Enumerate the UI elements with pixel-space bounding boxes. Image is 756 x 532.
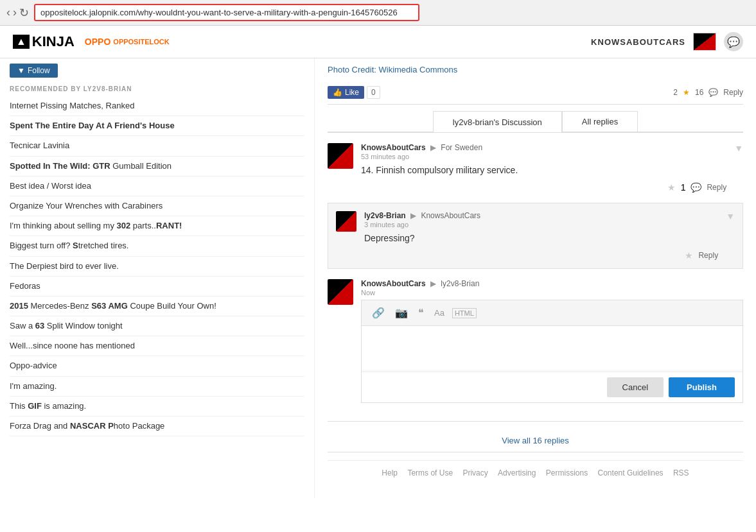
footer-permissions[interactable]: Permissions xyxy=(546,468,588,477)
oppo-logo[interactable]: OPPO OPPOSITELOCK xyxy=(85,37,170,47)
divider xyxy=(328,421,743,422)
list-item[interactable]: Saw a 63 Split Window tonight xyxy=(10,316,304,336)
publish-button[interactable]: Publish xyxy=(669,377,735,397)
reply-author[interactable]: ly2v8-Brian xyxy=(364,211,406,220)
footer-content-guidelines[interactable]: Content Guidelines xyxy=(598,468,664,477)
cancel-button[interactable]: Cancel xyxy=(607,377,664,397)
footer-advertising[interactable]: Advertising xyxy=(498,468,536,477)
reply-avatar xyxy=(336,211,356,232)
footer-help[interactable]: Help xyxy=(382,468,398,477)
header-right: KNOWSABOUTCARS 💬 xyxy=(591,32,743,51)
comment-icon: 💬 xyxy=(708,88,718,97)
list-item[interactable]: The Derpiest bird to ever live. xyxy=(10,257,304,277)
back-icon[interactable]: ‹ xyxy=(6,6,10,19)
list-item[interactable]: Oppo-advice xyxy=(10,356,304,376)
star-count: 2 xyxy=(673,88,678,97)
star-icon[interactable]: ★ xyxy=(683,88,690,97)
html-tool[interactable]: HTML xyxy=(452,308,477,318)
comment-body: KnowsAboutCars ▶ For Sweden 53 minutes a… xyxy=(361,143,726,193)
comment-bubble-icon: 💬 xyxy=(690,182,701,193)
avatar xyxy=(328,143,353,169)
comment-text: 14. Finnish compulsory military service. xyxy=(361,164,726,177)
footer-terms[interactable]: Terms of Use xyxy=(407,468,453,477)
star-action-icon[interactable]: ★ xyxy=(667,182,676,193)
link-tool[interactable]: 🔗 xyxy=(369,305,387,320)
list-item[interactable]: I'm thinking about selling my 302 parts.… xyxy=(10,216,304,236)
reply-time: 3 minutes ago xyxy=(364,221,409,228)
header-logos: ▲ KINJA OPPO OPPOSITELOCK xyxy=(13,33,170,50)
kinja-logo[interactable]: ▲ KINJA xyxy=(13,33,75,50)
kinja-text: KINJA xyxy=(32,33,75,50)
discussion-tabs: ly2v8-brian's Discussion All replies xyxy=(328,111,743,133)
comment-reply-link[interactable]: Reply xyxy=(707,183,726,192)
list-item[interactable]: Fedoras xyxy=(10,277,304,296)
fb-like-label: Like xyxy=(345,88,359,97)
fb-actions: 2 ★ 16 💬 Reply xyxy=(673,88,743,97)
comment-target: For Sweden xyxy=(441,143,482,152)
tab-discussion[interactable]: ly2v8-brian's Discussion xyxy=(433,111,562,132)
list-item[interactable]: This GIF is amazing. xyxy=(10,397,304,416)
quote-tool[interactable]: ❝ xyxy=(416,305,426,320)
browser-bar: ‹ › ↻ xyxy=(0,0,756,26)
forward-icon[interactable]: › xyxy=(13,6,17,19)
editor-avatar-flag xyxy=(328,279,353,305)
list-item[interactable]: Well...since noone has mentioned xyxy=(10,336,304,356)
reply-header: ly2v8-Brian ▶ KnowsAboutCars 3 minutes a… xyxy=(364,211,718,229)
avatar-flag xyxy=(328,143,353,169)
list-item[interactable]: Spotted In The Wild: GTR Gumball Edition xyxy=(10,157,304,176)
editor-buttons: Cancel Publish xyxy=(362,372,743,402)
list-item[interactable]: Spent The Entire Day At A Friend's House xyxy=(10,116,304,136)
editor-textarea[interactable] xyxy=(362,326,743,370)
editor-comment-block: KnowsAboutCars ▶ ly2v8-Brian Now 🔗 📷 ❝ A… xyxy=(328,279,743,413)
editor-author[interactable]: KnowsAboutCars xyxy=(361,279,426,288)
commenter-name[interactable]: KnowsAboutCars xyxy=(361,143,426,152)
list-item[interactable]: Best idea / Worst idea xyxy=(10,176,304,196)
reply-link[interactable]: Reply xyxy=(723,88,743,97)
reply-editor: 🔗 📷 ❝ Aa HTML Cancel Publish xyxy=(361,300,743,403)
fb-like-button[interactable]: 👍 Like xyxy=(328,86,364,99)
kinja-k: ▲ xyxy=(13,35,30,49)
comment-time: 53 minutes ago xyxy=(361,153,409,160)
sidebar: ▼ Follow RECOMMENDED BY LY2V8-BRIAN Inte… xyxy=(0,58,315,498)
comment-header: KnowsAboutCars ▶ For Sweden 53 minutes a… xyxy=(361,143,726,161)
reply-body: ly2v8-Brian ▶ KnowsAboutCars 3 minutes a… xyxy=(364,211,718,261)
reply-arrow-icon: ▶ xyxy=(410,211,416,220)
reply-star-icon[interactable]: ★ xyxy=(685,250,693,261)
recommended-label: RECOMMENDED BY LY2V8-BRIAN xyxy=(10,80,304,96)
comment-actions: ★ 1 💬 Reply xyxy=(361,182,726,193)
list-item[interactable]: Organize Your Wrenches with Carabiners xyxy=(10,196,304,216)
font-tool[interactable]: Aa xyxy=(432,307,447,319)
page-footer: Help Terms of Use Privacy Advertising Pe… xyxy=(328,460,743,485)
fb-bar: 👍 Like 0 2 ★ 16 💬 Reply xyxy=(328,81,743,105)
comment-block: KnowsAboutCars ▶ For Sweden 53 minutes a… xyxy=(328,143,743,193)
follow-area: ▼ Follow xyxy=(10,58,304,80)
tab-all-replies[interactable]: All replies xyxy=(562,111,638,132)
footer-privacy[interactable]: Privacy xyxy=(462,468,488,477)
site-header: ▲ KINJA OPPO OPPOSITELOCK KNOWSABOUTCARS… xyxy=(0,26,756,58)
list-item[interactable]: Tecnicar Lavinia xyxy=(10,136,304,156)
footer-rss[interactable]: RSS xyxy=(673,468,689,477)
list-item[interactable]: I'm amazing. xyxy=(10,377,304,397)
flag-icon xyxy=(693,33,716,51)
image-tool[interactable]: 📷 xyxy=(392,305,410,320)
view-all-replies[interactable]: View all 16 replies xyxy=(328,429,743,452)
arrow-icon: ▶ xyxy=(430,143,436,152)
fb-thumbs-icon: 👍 xyxy=(333,88,342,97)
reply-actions: ★ Reply xyxy=(364,250,718,261)
list-item[interactable]: Internet Pissing Matches, Ranked xyxy=(10,96,304,116)
reply-collapse-icon[interactable]: ▼ xyxy=(726,211,735,221)
reply-reply-link[interactable]: Reply xyxy=(698,251,718,260)
url-bar[interactable] xyxy=(34,4,419,21)
sidebar-list: Internet Pissing Matches, Ranked Spent T… xyxy=(10,96,304,436)
chat-icon[interactable]: 💬 xyxy=(724,32,743,51)
collapse-icon[interactable]: ▼ xyxy=(734,143,743,193)
editor-toolbar: 🔗 📷 ❝ Aa HTML xyxy=(362,300,743,326)
photo-credit: Photo Credit: Wikimedia Commons xyxy=(328,65,743,74)
follow-button[interactable]: ▼ Follow xyxy=(10,64,58,78)
list-item[interactable]: 2015 Mercedes-Benz S63 AMG Coupe Build Y… xyxy=(10,296,304,316)
refresh-icon[interactable]: ↻ xyxy=(19,6,29,20)
list-item[interactable]: Forza Drag and NASCAR Photo Package xyxy=(10,416,304,436)
editor-arrow-icon: ▶ xyxy=(430,279,436,288)
main-container: ▼ Follow RECOMMENDED BY LY2V8-BRIAN Inte… xyxy=(0,58,756,498)
list-item[interactable]: Biggest turn off? Stretched tires. xyxy=(10,236,304,256)
